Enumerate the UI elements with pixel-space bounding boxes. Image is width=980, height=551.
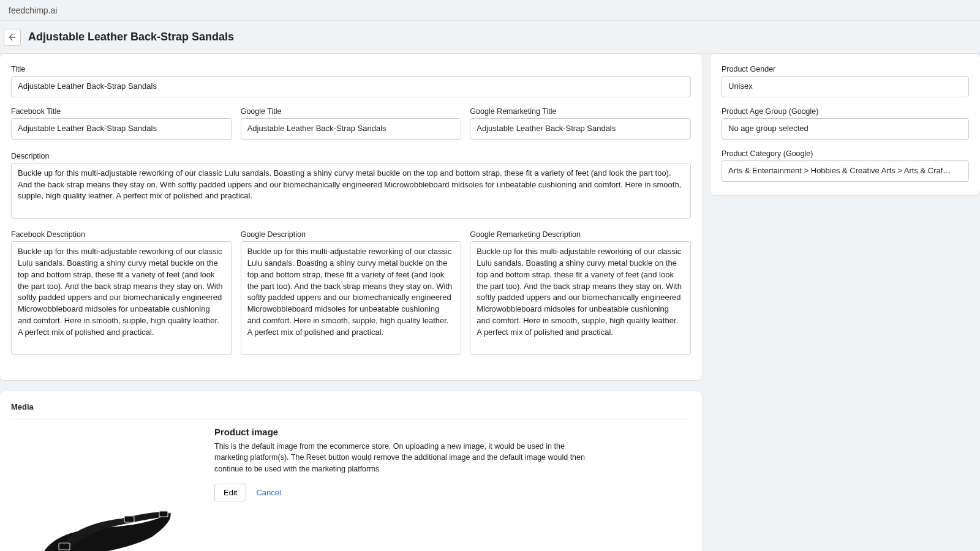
product-category-label: Product Category (Google) <box>722 149 969 158</box>
google-remarketing-title-input[interactable] <box>470 118 691 140</box>
sandal-image-icon <box>29 494 183 551</box>
google-title-label: Google Title <box>241 107 462 116</box>
google-remarketing-description-label: Google Remarketing Description <box>470 230 691 239</box>
product-category-select[interactable] <box>722 160 969 182</box>
topbar: feedchimp.ai <box>0 0 980 21</box>
svg-rect-3 <box>159 511 168 517</box>
google-remarketing-title-label: Google Remarketing Title <box>470 107 691 116</box>
edit-image-button[interactable]: Edit <box>214 484 246 501</box>
product-age-group-label: Product Age Group (Google) <box>722 107 969 116</box>
media-card: Media Product image This is the default … <box>0 391 702 551</box>
titles-card: Title Facebook Title Google Title Google… <box>0 54 702 380</box>
facebook-description-textarea[interactable] <box>11 241 232 355</box>
description-label: Description <box>11 152 691 160</box>
product-image-heading: Product image <box>214 427 594 437</box>
sidebar-card: Product Gender Product Age Group (Google… <box>710 54 980 195</box>
facebook-description-label: Facebook Description <box>11 230 232 239</box>
google-remarketing-description-textarea[interactable] <box>470 241 691 355</box>
brand-text: feedchimp.ai <box>9 6 57 15</box>
product-age-group-select[interactable] <box>722 118 969 140</box>
product-image-help-text: This is the default image from the ecomm… <box>214 441 594 475</box>
product-gender-select[interactable] <box>722 76 969 97</box>
product-image-preview <box>11 427 201 551</box>
product-gender-label: Product Gender <box>722 65 969 73</box>
description-textarea[interactable] <box>11 163 691 219</box>
google-title-input[interactable] <box>241 118 462 140</box>
page-header: Adjustable Leather Back-Strap Sandals <box>0 21 980 54</box>
facebook-title-input[interactable] <box>11 118 232 140</box>
page-title: Adjustable Leather Back-Strap Sandals <box>28 31 234 43</box>
svg-rect-1 <box>59 543 70 550</box>
title-label: Title <box>11 65 691 73</box>
google-description-textarea[interactable] <box>241 241 462 355</box>
google-description-label: Google Description <box>241 230 462 239</box>
svg-rect-2 <box>124 516 134 522</box>
facebook-title-label: Facebook Title <box>11 107 232 116</box>
title-input[interactable] <box>11 76 691 97</box>
media-section-title: Media <box>11 402 691 411</box>
arrow-left-icon <box>7 32 17 42</box>
back-button[interactable] <box>4 29 21 46</box>
cancel-image-button[interactable]: Cancel <box>256 488 281 497</box>
